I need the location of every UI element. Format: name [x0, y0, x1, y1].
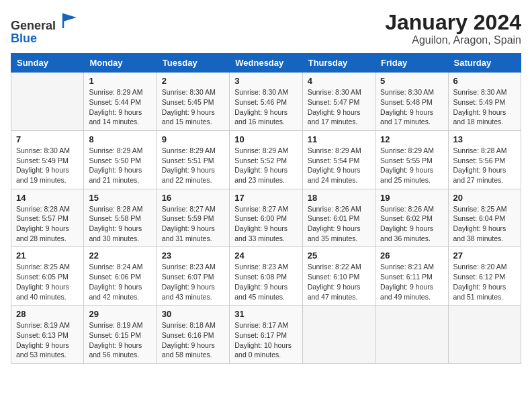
calendar-day-cell: 15Sunrise: 8:28 AMSunset: 5:58 PMDayligh…	[84, 189, 157, 247]
calendar-day-cell	[448, 306, 521, 364]
calendar-day-cell: 18Sunrise: 8:26 AMSunset: 6:01 PMDayligh…	[302, 189, 375, 247]
calendar-day-cell: 14Sunrise: 8:28 AMSunset: 5:57 PMDayligh…	[11, 189, 84, 247]
calendar-day-cell: 28Sunrise: 8:19 AMSunset: 6:13 PMDayligh…	[11, 306, 84, 364]
day-info: Sunrise: 8:17 AMSunset: 6:17 PMDaylight:…	[234, 320, 297, 360]
day-number: 18	[308, 193, 370, 203]
calendar-day-cell: 12Sunrise: 8:29 AMSunset: 5:55 PMDayligh…	[375, 130, 448, 189]
calendar-day-cell: 9Sunrise: 8:29 AMSunset: 5:51 PMDaylight…	[157, 130, 229, 189]
calendar-day-cell: 5Sunrise: 8:30 AMSunset: 5:48 PMDaylight…	[375, 73, 448, 131]
calendar-day-cell: 11Sunrise: 8:29 AMSunset: 5:54 PMDayligh…	[302, 130, 375, 189]
calendar-day-cell	[11, 73, 84, 131]
day-info: Sunrise: 8:23 AMSunset: 6:07 PMDaylight:…	[162, 262, 224, 302]
calendar-day-cell: 23Sunrise: 8:23 AMSunset: 6:07 PMDayligh…	[157, 247, 229, 306]
calendar-week-row: 7Sunrise: 8:30 AMSunset: 5:49 PMDaylight…	[11, 130, 521, 189]
day-info: Sunrise: 8:20 AMSunset: 6:12 PMDaylight:…	[453, 262, 516, 302]
day-info: Sunrise: 8:29 AMSunset: 5:44 PMDaylight:…	[89, 87, 151, 127]
calendar-day-cell: 8Sunrise: 8:29 AMSunset: 5:50 PMDaylight…	[84, 130, 157, 189]
calendar-day-cell: 3Sunrise: 8:30 AMSunset: 5:46 PMDaylight…	[230, 73, 302, 131]
day-info: Sunrise: 8:30 AMSunset: 5:47 PMDaylight:…	[308, 87, 370, 127]
day-of-week-header: Friday	[375, 54, 448, 73]
day-info: Sunrise: 8:25 AMSunset: 6:05 PMDaylight:…	[16, 262, 79, 302]
calendar-header-row: SundayMondayTuesdayWednesdayThursdayFrid…	[11, 54, 521, 73]
day-of-week-header: Tuesday	[157, 54, 229, 73]
calendar-day-cell: 17Sunrise: 8:27 AMSunset: 6:00 PMDayligh…	[230, 189, 302, 247]
calendar-day-cell: 25Sunrise: 8:22 AMSunset: 6:10 PMDayligh…	[302, 247, 375, 306]
day-number: 14	[16, 193, 79, 203]
day-info: Sunrise: 8:18 AMSunset: 6:16 PMDaylight:…	[162, 320, 224, 360]
day-number: 17	[234, 193, 297, 203]
calendar-day-cell: 2Sunrise: 8:30 AMSunset: 5:45 PMDaylight…	[157, 73, 229, 131]
day-of-week-header: Monday	[84, 54, 157, 73]
day-info: Sunrise: 8:19 AMSunset: 6:15 PMDaylight:…	[89, 320, 151, 360]
day-number: 30	[162, 309, 224, 319]
svg-marker-0	[63, 13, 77, 21]
calendar-day-cell: 27Sunrise: 8:20 AMSunset: 6:12 PMDayligh…	[448, 247, 521, 306]
logo-text: General	[11, 11, 79, 32]
calendar-day-cell: 20Sunrise: 8:25 AMSunset: 6:04 PMDayligh…	[448, 189, 521, 247]
day-number: 2	[162, 76, 224, 86]
day-number: 19	[380, 193, 443, 203]
day-info: Sunrise: 8:27 AMSunset: 5:59 PMDaylight:…	[162, 204, 224, 244]
day-number: 7	[16, 134, 79, 144]
day-info: Sunrise: 8:30 AMSunset: 5:49 PMDaylight:…	[16, 146, 79, 185]
day-info: Sunrise: 8:24 AMSunset: 6:06 PMDaylight:…	[89, 262, 151, 302]
calendar-day-cell	[302, 306, 375, 364]
day-of-week-header: Wednesday	[230, 54, 302, 73]
day-info: Sunrise: 8:29 AMSunset: 5:55 PMDaylight:…	[380, 146, 443, 185]
calendar-day-cell: 21Sunrise: 8:25 AMSunset: 6:05 PMDayligh…	[11, 247, 84, 306]
calendar-day-cell: 13Sunrise: 8:28 AMSunset: 5:56 PMDayligh…	[448, 130, 521, 189]
month-title: January 2024	[385, 11, 521, 34]
day-number: 21	[16, 250, 79, 261]
day-number: 16	[162, 193, 224, 203]
day-number: 15	[89, 193, 151, 203]
calendar-week-row: 14Sunrise: 8:28 AMSunset: 5:57 PMDayligh…	[11, 189, 521, 247]
day-number: 26	[380, 250, 443, 261]
logo-blue: Blue	[11, 32, 79, 44]
day-info: Sunrise: 8:28 AMSunset: 5:58 PMDaylight:…	[89, 204, 151, 244]
logo-general: General	[11, 19, 56, 32]
day-number: 28	[16, 309, 79, 319]
day-number: 13	[453, 134, 516, 144]
day-of-week-header: Sunday	[11, 54, 84, 73]
day-info: Sunrise: 8:28 AMSunset: 5:57 PMDaylight:…	[16, 204, 79, 244]
calendar-day-cell: 16Sunrise: 8:27 AMSunset: 5:59 PMDayligh…	[157, 189, 229, 247]
day-number: 10	[234, 134, 297, 144]
calendar-day-cell: 24Sunrise: 8:23 AMSunset: 6:08 PMDayligh…	[230, 247, 302, 306]
logo-block: General Blue	[11, 11, 79, 44]
logo: General Blue	[11, 11, 79, 44]
calendar-table: SundayMondayTuesdayWednesdayThursdayFrid…	[11, 53, 521, 364]
day-info: Sunrise: 8:30 AMSunset: 5:48 PMDaylight:…	[380, 87, 443, 127]
day-number: 31	[234, 309, 297, 319]
calendar-day-cell: 26Sunrise: 8:21 AMSunset: 6:11 PMDayligh…	[375, 247, 448, 306]
day-number: 22	[89, 250, 151, 261]
calendar-week-row: 21Sunrise: 8:25 AMSunset: 6:05 PMDayligh…	[11, 247, 521, 306]
day-info: Sunrise: 8:29 AMSunset: 5:54 PMDaylight:…	[308, 146, 370, 185]
day-number: 9	[162, 134, 224, 144]
day-info: Sunrise: 8:27 AMSunset: 6:00 PMDaylight:…	[234, 204, 297, 244]
day-info: Sunrise: 8:30 AMSunset: 5:45 PMDaylight:…	[162, 87, 224, 127]
day-number: 12	[380, 134, 443, 144]
day-number: 6	[453, 76, 516, 86]
calendar-day-cell	[375, 306, 448, 364]
calendar-day-cell: 31Sunrise: 8:17 AMSunset: 6:17 PMDayligh…	[230, 306, 302, 364]
day-number: 8	[89, 134, 151, 144]
day-of-week-header: Saturday	[448, 54, 521, 73]
calendar-day-cell: 1Sunrise: 8:29 AMSunset: 5:44 PMDaylight…	[84, 73, 157, 131]
calendar-week-row: 1Sunrise: 8:29 AMSunset: 5:44 PMDaylight…	[11, 73, 521, 131]
day-info: Sunrise: 8:29 AMSunset: 5:52 PMDaylight:…	[234, 146, 297, 185]
day-info: Sunrise: 8:29 AMSunset: 5:51 PMDaylight:…	[162, 146, 224, 185]
page-header: General Blue January 2024 Aguilon, Arago…	[11, 11, 521, 46]
day-info: Sunrise: 8:28 AMSunset: 5:56 PMDaylight:…	[453, 146, 516, 185]
day-info: Sunrise: 8:30 AMSunset: 5:49 PMDaylight:…	[453, 87, 516, 127]
calendar-day-cell: 10Sunrise: 8:29 AMSunset: 5:52 PMDayligh…	[230, 130, 302, 189]
calendar-day-cell: 7Sunrise: 8:30 AMSunset: 5:49 PMDaylight…	[11, 130, 84, 189]
day-number: 24	[234, 250, 297, 261]
day-number: 1	[89, 76, 151, 86]
calendar-day-cell: 6Sunrise: 8:30 AMSunset: 5:49 PMDaylight…	[448, 73, 521, 131]
day-info: Sunrise: 8:30 AMSunset: 5:46 PMDaylight:…	[234, 87, 297, 127]
day-info: Sunrise: 8:26 AMSunset: 6:02 PMDaylight:…	[380, 204, 443, 244]
calendar-day-cell: 30Sunrise: 8:18 AMSunset: 6:16 PMDayligh…	[157, 306, 229, 364]
day-number: 29	[89, 309, 151, 319]
day-info: Sunrise: 8:19 AMSunset: 6:13 PMDaylight:…	[16, 320, 79, 360]
location-title: Aguilon, Aragon, Spain	[385, 34, 521, 46]
